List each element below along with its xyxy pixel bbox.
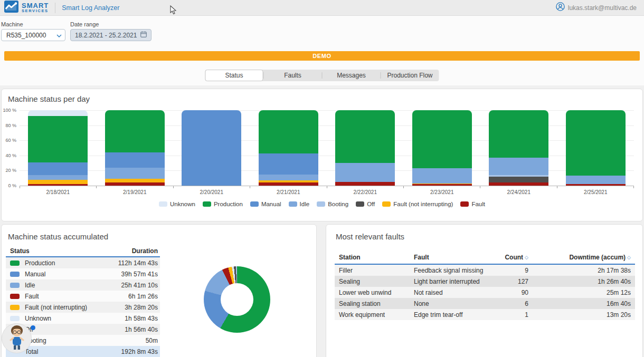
- legend-label: Production: [214, 201, 243, 207]
- user-menu[interactable]: lukas.stark@multivac.de: [556, 2, 644, 13]
- accumulated-row-idle[interactable]: Idle25h 41m 10s: [6, 279, 160, 291]
- faults-col-label: Downtime (accum): [569, 254, 626, 261]
- faults-row-sealing[interactable]: SealingLight barrier interrupted1271h 26…: [335, 276, 635, 287]
- downtime-cell: 2h 17m 38s: [542, 267, 635, 274]
- legend-item-booting[interactable]: Booting: [317, 201, 348, 207]
- stacked-bar-2/19/2021[interactable]: [105, 110, 165, 186]
- tab-production-flow[interactable]: Production Flow: [381, 70, 439, 81]
- sort-icon[interactable]: ◇: [627, 255, 631, 260]
- machine-label: Machine: [1, 21, 65, 27]
- legend-item-fault-not-interrupting-[interactable]: Fault (not interrupting): [382, 201, 453, 207]
- bar-segment-fault-not-interrupting-: [105, 179, 165, 182]
- faults-row-sealing-station[interactable]: Sealing stationNone616m 40s: [335, 298, 635, 309]
- fault-cell: None: [414, 300, 495, 307]
- accumulated-row-manual[interactable]: Manual39h 57m 41s: [6, 268, 160, 279]
- bar-segment-production: [335, 110, 395, 163]
- legend-item-unknown[interactable]: Unknown: [159, 201, 195, 207]
- date-range-picker[interactable]: 18.2.2021 - 25.2.2021: [70, 29, 151, 41]
- accumulated-col-duration: Duration: [132, 247, 160, 255]
- x-axis-tick: [404, 186, 480, 188]
- downtime-cell: 13m 20s: [542, 311, 635, 319]
- faults-table: StationFaultCount◇Downtime (accum)◇ Fill…: [335, 251, 635, 320]
- accumulated-row-fault[interactable]: Fault6h 1m 26s: [6, 291, 160, 302]
- x-axis-tick: [97, 186, 173, 188]
- legend-item-off[interactable]: Off: [356, 201, 375, 207]
- accumulated-row-unknown[interactable]: Unknown1h 58m 43s: [6, 313, 160, 324]
- status-color-swatch: [10, 305, 20, 310]
- x-axis-label: 2/23/2021: [404, 189, 481, 195]
- legend-item-production[interactable]: Production: [203, 201, 243, 207]
- x-axis-tick: [327, 186, 404, 188]
- bar-segment-off: [489, 177, 548, 182]
- stacked-bar-2/20/2021[interactable]: [182, 110, 241, 186]
- legend-swatch: [460, 201, 469, 207]
- status-color-swatch: [10, 283, 20, 288]
- stacked-bar-2/18/2021[interactable]: [28, 110, 88, 186]
- faults-row-filler[interactable]: FillerFeedback signal missing92h 17m 38s: [335, 265, 635, 276]
- faults-row-lower-web-unwind[interactable]: Lower web unwindNot raised9025m 12s: [335, 287, 635, 298]
- stacked-bar-2/21/2021[interactable]: [259, 110, 318, 186]
- status-cell: Unknown: [6, 315, 125, 322]
- duration-cell: 39h 57m 41s: [121, 271, 160, 278]
- legend-item-fault[interactable]: Fault: [460, 201, 485, 207]
- top-bar: SMART SERVICES Smart Log Analyzer lukas.…: [0, 0, 644, 16]
- station-cell: Filler: [335, 267, 414, 274]
- bar-segment-idle: [412, 168, 472, 184]
- bar-segment-manual: [259, 153, 318, 175]
- duration-cell: 50m: [146, 337, 160, 344]
- app-title: Smart Log Analyzer: [62, 4, 119, 12]
- brand-logo[interactable]: SMART SERVICES: [0, 1, 49, 15]
- bar-segment-idle: [489, 158, 548, 175]
- stacked-bar-2/25/2021[interactable]: [566, 110, 626, 186]
- faults-col-count[interactable]: Count◇: [495, 254, 542, 261]
- legend-swatch: [382, 201, 391, 207]
- duration-cell: 3h 28m 20s: [125, 304, 160, 311]
- accumulated-row-production[interactable]: Production112h 14m 43s: [6, 257, 160, 268]
- count-cell: 127: [495, 278, 542, 285]
- y-axis-tick-label: 0 %: [8, 183, 16, 188]
- user-avatar-icon: [556, 2, 565, 13]
- sort-icon[interactable]: ◇: [525, 255, 528, 260]
- duration-cell: 6h 1m 26s: [128, 293, 160, 300]
- x-axis-label: 2/18/2021: [20, 189, 97, 195]
- legend-item-manual[interactable]: Manual: [250, 201, 281, 207]
- station-cell: Lower web unwind: [335, 289, 414, 296]
- faults-col-downtime-accum-[interactable]: Downtime (accum)◇: [542, 254, 635, 261]
- tab-status[interactable]: Status: [205, 70, 263, 81]
- duration-cell: 1h 58m 43s: [125, 315, 160, 322]
- legend-swatch: [356, 201, 364, 207]
- legend-swatch: [317, 201, 325, 207]
- date-range-value: 18.2.2021 - 25.2.2021: [75, 32, 137, 39]
- status-cell: Manual: [6, 271, 121, 278]
- assistant-notification-dot: [31, 325, 35, 330]
- machine-select[interactable]: R535_100000: [1, 29, 65, 41]
- bar-segment-manual: [182, 110, 241, 186]
- chart-x-axis: [20, 186, 634, 188]
- chart-x-labels: 2/18/20212/19/20212/20/20212/21/20212/22…: [20, 189, 634, 195]
- accumulated-total-row[interactable]: Total192h 8m 43s: [6, 346, 160, 357]
- stacked-bar-2/22/2021[interactable]: [335, 110, 395, 186]
- x-axis-tick: [174, 186, 250, 188]
- date-range-label: Date range: [70, 21, 151, 27]
- tab-messages[interactable]: Messages: [323, 70, 381, 81]
- assistant-widget-button[interactable]: [2, 323, 32, 353]
- total-duration: 192h 8m 43s: [121, 348, 160, 355]
- stacked-bar-2/23/2021[interactable]: [412, 110, 472, 186]
- filter-section: Machine R535_100000 Date range 18.2.2021…: [0, 16, 644, 85]
- count-cell: 1: [495, 311, 542, 319]
- stacked-bar-2/24/2021[interactable]: [489, 110, 548, 186]
- status-color-swatch: [10, 272, 20, 277]
- date-range-filter: Date range 18.2.2021 - 25.2.2021: [70, 21, 151, 41]
- legend-item-idle[interactable]: Idle: [289, 201, 310, 207]
- bar-segment-production: [566, 110, 626, 176]
- y-axis-tick-label: 40 %: [5, 153, 16, 158]
- accumulated-row-fault-not-interrupting-[interactable]: Fault (not interrupting)3h 28m 20s: [6, 302, 160, 313]
- bar-slot: [557, 110, 634, 186]
- count-cell: 6: [495, 300, 542, 307]
- chart-bars: [20, 110, 634, 186]
- faults-row-work-equipment[interactable]: Work equipmentEdge trim tear-off113m 20s: [335, 309, 635, 320]
- fault-cell: Edge trim tear-off: [414, 311, 495, 319]
- count-cell: 9: [495, 267, 542, 274]
- x-axis-label: 2/19/2021: [97, 189, 174, 195]
- tab-faults[interactable]: Faults: [264, 70, 322, 81]
